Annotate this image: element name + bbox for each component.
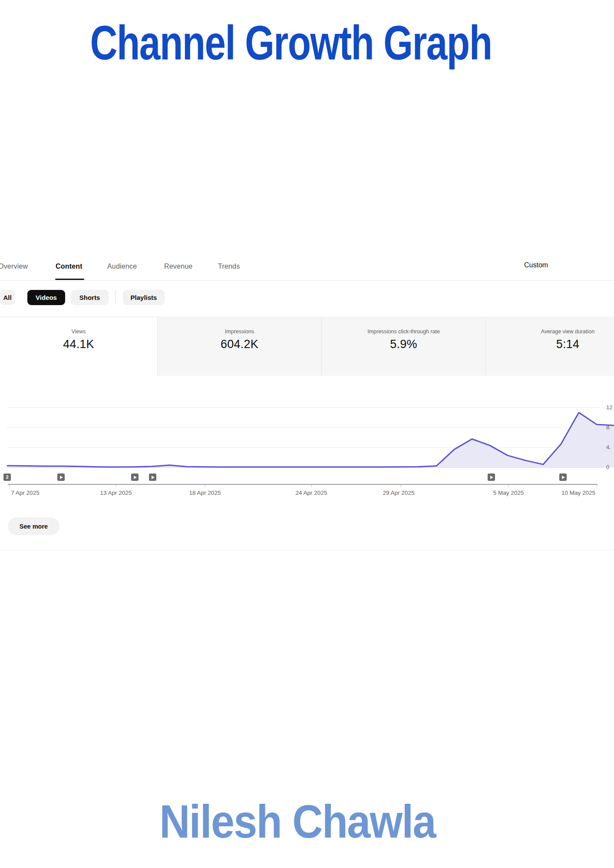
x-axis-tick	[9, 485, 10, 487]
x-axis-tick	[401, 485, 401, 487]
play-icon	[60, 476, 63, 479]
x-axis-tick	[205, 485, 205, 487]
page-title: Channel Growth Graph	[64, 17, 518, 69]
tab-audience[interactable]: Audience	[107, 263, 137, 270]
tab-revenue[interactable]: Revenue	[164, 263, 192, 270]
x-axis-tick	[508, 485, 508, 487]
y-axis-label: 8.	[606, 424, 614, 431]
metric-label: Views	[0, 329, 157, 335]
analytics-tab-bar: Overview Content Audience Revenue Trends…	[0, 258, 614, 281]
metric-card-ctr[interactable]: Impressions click-through rate 5.9%	[322, 317, 486, 376]
video-marker[interactable]	[488, 473, 495, 481]
metric-cards-row: Views 44.1K Impressions 604.2K Impressio…	[0, 317, 614, 375]
x-axis-date: 18 Apr 2025	[179, 490, 231, 496]
section-divider	[0, 550, 614, 550]
date-range-selector[interactable]: Custom	[524, 261, 548, 269]
x-axis-date: 24 Apr 2025	[285, 490, 337, 496]
video-marker[interactable]	[149, 473, 156, 481]
video-marker[interactable]	[131, 473, 139, 481]
metric-label: Impressions click-through rate	[322, 329, 485, 335]
channel-owner-name: Nilesh Chawla	[30, 797, 565, 846]
see-more-button[interactable]: See more	[8, 517, 59, 535]
metric-label: Average view duration	[486, 329, 614, 335]
chip-videos[interactable]: Videos	[27, 290, 65, 305]
metric-value: 44.1K	[0, 338, 157, 351]
x-axis-date: 13 Apr 2025	[90, 490, 142, 496]
x-axis-tick	[597, 485, 597, 487]
play-icon	[562, 476, 565, 479]
x-axis-tick	[311, 485, 312, 487]
chip-playlists[interactable]: Playlists	[123, 290, 165, 305]
video-marker-count[interactable]: 2	[3, 473, 11, 481]
play-icon	[152, 476, 155, 479]
video-marker[interactable]	[559, 473, 567, 481]
active-tab-underline	[55, 279, 84, 280]
x-axis-date: 29 Apr 2025	[373, 490, 425, 496]
x-axis-date: 7 Apr 2025	[0, 490, 51, 496]
video-marker[interactable]	[57, 473, 65, 481]
youtube-studio-analytics-page: Channel Growth Graph Overview Content Au…	[0, 0, 614, 868]
x-axis-date: 10 May 2025	[552, 490, 604, 496]
metric-label: Impressions	[158, 329, 321, 335]
chip-shorts[interactable]: Shorts	[71, 290, 109, 305]
play-icon	[134, 476, 137, 479]
metric-value: 604.2K	[158, 338, 321, 351]
x-axis-line	[8, 484, 597, 485]
chip-divider	[115, 291, 116, 304]
chip-all[interactable]: All	[0, 290, 15, 305]
video-count-badge: 2	[6, 475, 8, 480]
metric-value: 5:14	[486, 338, 614, 351]
tab-overview[interactable]: Overview	[0, 263, 28, 270]
y-axis-label: 12	[606, 404, 614, 411]
metric-value: 5.9%	[322, 338, 485, 351]
y-axis-label: 0	[606, 464, 614, 471]
tab-content[interactable]: Content	[56, 263, 83, 270]
tab-trends[interactable]: Trends	[218, 263, 240, 270]
play-icon	[490, 476, 493, 479]
x-axis-date: 5 May 2025	[482, 490, 535, 496]
metric-card-avg-duration[interactable]: Average view duration 5:14	[486, 317, 614, 376]
metric-card-views[interactable]: Views 44.1K	[0, 317, 158, 376]
y-axis-label: 4.	[606, 444, 614, 451]
x-axis-tick	[116, 485, 116, 487]
metric-card-impressions[interactable]: Impressions 604.2K	[158, 317, 322, 376]
views-line-chart[interactable]	[0, 397, 614, 488]
